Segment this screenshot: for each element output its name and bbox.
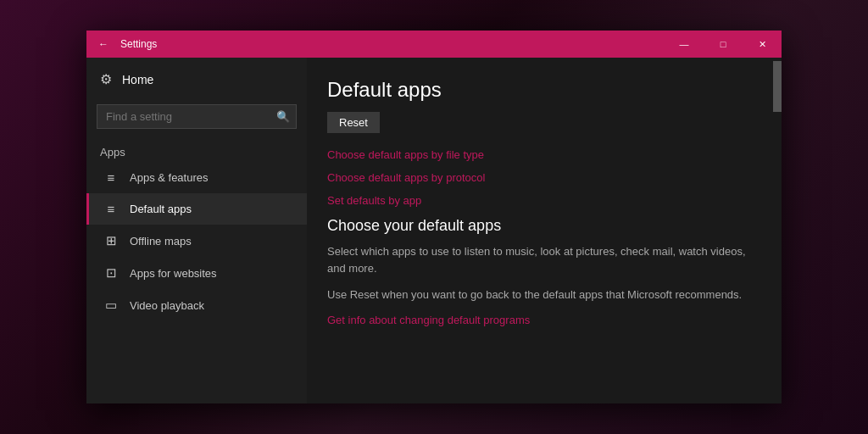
sidebar-home[interactable]: ⚙ Home [86,58,307,101]
apps-websites-icon: ⊡ [103,265,120,281]
video-playback-icon: ▭ [103,298,120,313]
window-controls: — □ ✕ [665,31,782,58]
main-content: Default apps Reset Choose default apps b… [307,58,782,403]
description-1: Select which apps to use to listen to mu… [327,243,761,276]
search-container: 🔍 [97,104,297,129]
sidebar-item-video-playback[interactable]: ▭ Video playback [86,289,307,321]
restore-button[interactable]: □ [704,31,743,58]
default-apps-icon: ≡ [103,202,120,216]
apps-features-label: Apps & features [130,171,209,184]
info-link[interactable]: Get info about changing default programs [327,314,761,326]
home-icon: ⚙ [100,71,112,87]
video-playback-label: Video playback [130,299,204,312]
close-button[interactable]: ✕ [743,31,782,58]
content-area: ⚙ Home 🔍 Apps ≡ Apps & features ≡ Defaul… [86,58,782,403]
search-input[interactable] [97,104,297,129]
sidebar-item-offline-maps[interactable]: ⊞ Offline maps [86,225,307,257]
choose-heading: Choose your default apps [327,217,761,235]
offline-maps-icon: ⊞ [103,233,120,248]
scrollbar-thumb[interactable] [773,61,782,112]
sidebar-item-default-apps[interactable]: ≡ Default apps [86,193,307,225]
sidebar-item-apps-features[interactable]: ≡ Apps & features [86,162,307,193]
settings-window: ← Settings — □ ✕ ⚙ Home 🔍 [86,31,782,403]
link-by-protocol[interactable]: Choose default apps by protocol [327,171,761,184]
back-button[interactable]: ← [93,34,114,54]
search-icon: 🔍 [276,110,290,123]
reset-button[interactable]: Reset [327,112,380,133]
page-title: Default apps [327,78,761,102]
scrollbar-track[interactable] [773,58,782,403]
link-by-app[interactable]: Set defaults by app [327,194,761,207]
home-label: Home [122,73,153,86]
sidebar: ⚙ Home 🔍 Apps ≡ Apps & features ≡ Defaul… [86,58,307,403]
offline-maps-label: Offline maps [130,235,192,248]
default-apps-label: Default apps [130,203,192,215]
minimize-button[interactable]: — [665,31,704,58]
window-title: Settings [120,38,665,50]
apps-websites-label: Apps for websites [130,267,217,280]
apps-section-label: Apps [86,139,307,162]
titlebar: ← Settings — □ ✕ [86,31,782,58]
sidebar-item-apps-websites[interactable]: ⊡ Apps for websites [86,257,307,289]
main-panel: Default apps Reset Choose default apps b… [307,58,782,403]
link-by-file-type[interactable]: Choose default apps by file type [327,148,761,161]
description-2: Use Reset when you want to go back to th… [327,287,761,303]
apps-features-icon: ≡ [103,170,120,185]
